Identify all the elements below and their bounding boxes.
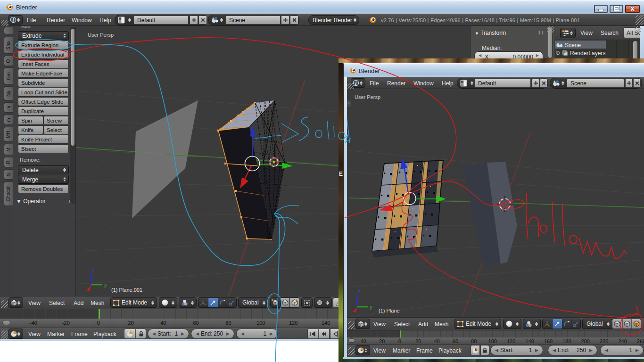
svg-text:z: z [358,288,361,294]
svg-text:y: y [370,304,372,310]
svg-text:z: z [92,267,95,272]
svg-text:i: i [355,81,357,86]
svg-text:i: i [13,17,14,23]
svg-text:y: y [104,282,107,288]
